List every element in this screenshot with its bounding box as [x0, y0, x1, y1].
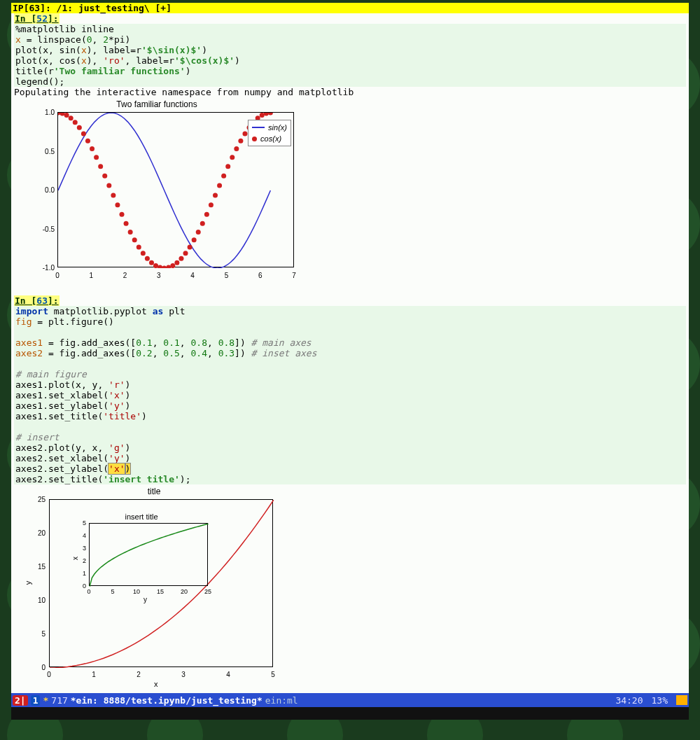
svg-point-39	[221, 174, 226, 179]
buffer-name[interactable]: *ein: 8888/test.ipynb/just_testing*	[71, 695, 262, 706]
svg-point-1	[60, 113, 65, 116]
chart-2-ylabel: y	[23, 581, 34, 585]
mode-line: 2| 1 * 717 *ein: 8888/test.ipynb/just_te…	[11, 693, 689, 707]
chart-2-inset: insert title x y 0123450510152025	[75, 514, 208, 594]
svg-point-16	[124, 221, 129, 226]
svg-point-15	[120, 212, 125, 217]
svg-point-9	[94, 155, 99, 160]
svg-point-12	[106, 183, 111, 188]
chart-2-plot-area: insert title x y 0123450510152025	[49, 499, 273, 667]
modified-indicator: *	[43, 695, 48, 706]
chart-2-inset-svg	[90, 524, 209, 587]
svg-point-14	[115, 202, 120, 207]
svg-point-27	[170, 263, 175, 268]
svg-point-38	[217, 183, 222, 188]
svg-point-33	[196, 230, 201, 235]
svg-point-48	[260, 113, 265, 118]
line-count: 717	[51, 695, 67, 706]
svg-point-19	[136, 244, 141, 249]
major-mode: ein:ml	[265, 695, 298, 706]
svg-point-22	[149, 260, 154, 265]
svg-point-40	[225, 164, 230, 169]
svg-point-41	[230, 155, 234, 160]
svg-point-26	[166, 265, 171, 268]
svg-point-30	[183, 251, 188, 256]
svg-point-42	[234, 146, 239, 151]
svg-point-10	[98, 164, 103, 169]
workspace-badge-2[interactable]: 2|	[13, 695, 28, 706]
svg-point-44	[242, 132, 247, 137]
window-title-bar: IP[63]: /1: just_testing\ [+]	[11, 3, 689, 13]
svg-point-20	[141, 251, 146, 256]
in-prompt-1: In [52]:	[14, 13, 59, 24]
svg-point-50	[268, 113, 273, 116]
svg-point-43	[238, 139, 243, 144]
svg-point-11	[102, 174, 107, 179]
svg-point-21	[145, 256, 150, 261]
workspace-badge-1[interactable]: 1	[31, 695, 41, 706]
svg-point-5	[77, 125, 82, 130]
code-block-2[interactable]: import matplotlib.pyplot as plt fig = pl…	[14, 306, 686, 484]
svg-point-35	[204, 212, 209, 217]
cell-1[interactable]: In [52]: %matplotlib inline x = linspace…	[14, 13, 686, 97]
svg-point-32	[192, 237, 197, 242]
chart-1-title: Two familiar functions	[20, 99, 294, 110]
svg-point-37	[213, 193, 218, 197]
cursor-position: 34:20	[615, 695, 643, 706]
chart-2-inset-xlabel: y	[144, 594, 147, 605]
svg-point-4	[73, 120, 78, 125]
chart-1-plot-area: sin(x) cos(x)	[57, 112, 294, 267]
cell-1-output: Populating the interactive namespace fro…	[14, 87, 354, 97]
chart-1: Two familiar functions -1.0-0.50.00.51.0…	[20, 99, 686, 280]
svg-point-49	[264, 113, 269, 116]
svg-point-28	[174, 260, 179, 265]
svg-point-24	[158, 265, 162, 268]
in-prompt-2: In [63]:	[14, 295, 59, 306]
svg-point-2	[64, 113, 69, 118]
svg-point-8	[90, 146, 94, 151]
editor-content[interactable]: In [52]: %matplotlib inline x = linspace…	[11, 13, 689, 693]
svg-point-25	[162, 266, 167, 269]
svg-point-7	[85, 139, 90, 144]
chart-2-title: title	[14, 487, 294, 497]
chart-1-legend: sin(x) cos(x)	[248, 120, 291, 146]
svg-point-18	[132, 237, 137, 242]
svg-point-34	[200, 221, 205, 226]
chart-2-xlabel: x	[154, 679, 158, 690]
chart-2: title y x 0510152025012345 insert title …	[14, 487, 686, 683]
scroll-percent: 13%	[652, 695, 668, 706]
cursor: 'x'	[108, 463, 125, 474]
svg-point-3	[69, 116, 74, 120]
svg-point-31	[188, 244, 192, 249]
code-block-1[interactable]: %matplotlib inline x = linspace(0, 2*pi)…	[14, 24, 686, 87]
svg-point-17	[128, 230, 133, 235]
svg-point-6	[81, 132, 86, 137]
svg-point-36	[209, 202, 214, 207]
minibuffer[interactable]	[11, 707, 689, 720]
svg-point-13	[111, 193, 115, 197]
status-icon	[676, 695, 687, 705]
svg-point-23	[153, 263, 158, 268]
legend-line-icon	[252, 127, 265, 128]
legend-dot-icon	[252, 137, 257, 141]
chart-2-inset-title: insert title	[75, 512, 208, 522]
editor-window: IP[63]: /1: just_testing\ [+] In [52]: %…	[11, 3, 689, 707]
svg-point-29	[178, 256, 183, 261]
cell-2[interactable]: In [63]: import matplotlib.pyplot as plt…	[14, 295, 686, 484]
